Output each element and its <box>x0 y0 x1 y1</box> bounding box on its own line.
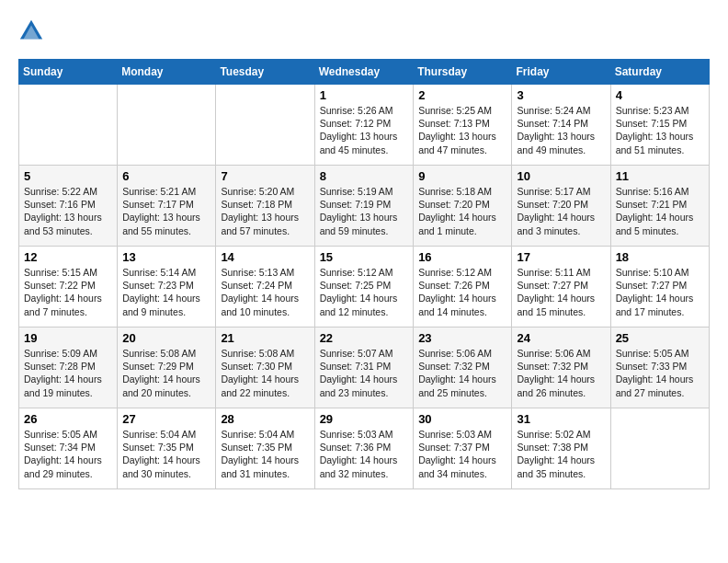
calendar-cell: 27 Sunrise: 5:04 AMSunset: 7:35 PMDaylig… <box>118 408 216 489</box>
calendar-cell: 31 Sunrise: 5:02 AMSunset: 7:38 PMDaylig… <box>512 408 610 489</box>
day-number: 29 <box>320 412 409 426</box>
calendar-cell: 2 Sunrise: 5:25 AMSunset: 7:13 PMDayligh… <box>414 85 512 166</box>
day-number: 14 <box>221 250 309 264</box>
page-header <box>18 18 710 44</box>
day-number: 12 <box>24 250 112 264</box>
cell-info: Sunrise: 5:24 AMSunset: 7:14 PMDaylight:… <box>517 105 595 155</box>
day-number: 5 <box>24 169 112 183</box>
cell-info: Sunrise: 5:12 AMSunset: 7:25 PMDaylight:… <box>320 267 398 317</box>
calendar-cell: 25 Sunrise: 5:05 AMSunset: 7:33 PMDaylig… <box>610 327 709 408</box>
day-number: 2 <box>418 88 506 102</box>
calendar-cell: 19 Sunrise: 5:09 AMSunset: 7:28 PMDaylig… <box>19 327 118 408</box>
cell-info: Sunrise: 5:08 AMSunset: 7:30 PMDaylight:… <box>221 348 299 398</box>
day-number: 28 <box>221 412 309 426</box>
calendar-week-row: 5 Sunrise: 5:22 AMSunset: 7:16 PMDayligh… <box>19 166 710 247</box>
calendar-cell: 29 Sunrise: 5:03 AMSunset: 7:36 PMDaylig… <box>314 408 414 489</box>
calendar-cell: 26 Sunrise: 5:05 AMSunset: 7:34 PMDaylig… <box>19 408 118 489</box>
day-number: 18 <box>616 250 704 264</box>
calendar-cell: 8 Sunrise: 5:19 AMSunset: 7:19 PMDayligh… <box>314 166 414 247</box>
calendar-cell: 16 Sunrise: 5:12 AMSunset: 7:26 PMDaylig… <box>414 247 512 327</box>
calendar-cell <box>118 85 216 166</box>
logo <box>18 18 48 44</box>
cell-info: Sunrise: 5:07 AMSunset: 7:31 PMDaylight:… <box>320 348 398 398</box>
day-number: 21 <box>221 331 309 345</box>
cell-info: Sunrise: 5:14 AMSunset: 7:23 PMDaylight:… <box>122 267 200 317</box>
cell-info: Sunrise: 5:11 AMSunset: 7:27 PMDaylight:… <box>517 267 595 317</box>
cell-info: Sunrise: 5:18 AMSunset: 7:20 PMDaylight:… <box>418 186 496 236</box>
cell-info: Sunrise: 5:12 AMSunset: 7:26 PMDaylight:… <box>418 267 496 317</box>
day-number: 24 <box>517 331 605 345</box>
cell-info: Sunrise: 5:05 AMSunset: 7:33 PMDaylight:… <box>616 348 694 398</box>
cell-info: Sunrise: 5:15 AMSunset: 7:22 PMDaylight:… <box>24 267 102 317</box>
day-number: 27 <box>122 412 210 426</box>
cell-info: Sunrise: 5:06 AMSunset: 7:32 PMDaylight:… <box>418 348 496 398</box>
weekday-header: Sunday <box>19 60 118 85</box>
calendar-week-row: 26 Sunrise: 5:05 AMSunset: 7:34 PMDaylig… <box>19 408 710 489</box>
calendar-cell: 13 Sunrise: 5:14 AMSunset: 7:23 PMDaylig… <box>118 247 216 327</box>
calendar-week-row: 12 Sunrise: 5:15 AMSunset: 7:22 PMDaylig… <box>19 247 710 327</box>
calendar-cell: 11 Sunrise: 5:16 AMSunset: 7:21 PMDaylig… <box>610 166 709 247</box>
day-number: 17 <box>517 250 605 264</box>
cell-info: Sunrise: 5:09 AMSunset: 7:28 PMDaylight:… <box>24 348 102 398</box>
day-number: 10 <box>517 169 605 183</box>
calendar-cell: 5 Sunrise: 5:22 AMSunset: 7:16 PMDayligh… <box>19 166 118 247</box>
day-number: 9 <box>418 169 506 183</box>
weekday-header: Friday <box>512 60 610 85</box>
weekday-header: Wednesday <box>314 60 414 85</box>
day-number: 19 <box>24 331 112 345</box>
day-number: 16 <box>418 250 506 264</box>
calendar-cell: 7 Sunrise: 5:20 AMSunset: 7:18 PMDayligh… <box>216 166 314 247</box>
calendar-cell: 3 Sunrise: 5:24 AMSunset: 7:14 PMDayligh… <box>512 85 610 166</box>
day-number: 22 <box>320 331 409 345</box>
day-number: 30 <box>418 412 506 426</box>
day-number: 1 <box>320 88 409 102</box>
calendar-cell: 10 Sunrise: 5:17 AMSunset: 7:20 PMDaylig… <box>512 166 610 247</box>
day-number: 4 <box>616 88 704 102</box>
cell-info: Sunrise: 5:05 AMSunset: 7:34 PMDaylight:… <box>24 429 102 479</box>
cell-info: Sunrise: 5:04 AMSunset: 7:35 PMDaylight:… <box>122 429 200 479</box>
day-number: 11 <box>616 169 704 183</box>
cell-info: Sunrise: 5:03 AMSunset: 7:37 PMDaylight:… <box>418 429 496 479</box>
cell-info: Sunrise: 5:20 AMSunset: 7:18 PMDaylight:… <box>221 186 299 236</box>
calendar-header-row: SundayMondayTuesdayWednesdayThursdayFrid… <box>19 60 710 85</box>
calendar-body: 1 Sunrise: 5:26 AMSunset: 7:12 PMDayligh… <box>19 85 710 489</box>
day-number: 6 <box>122 169 210 183</box>
cell-info: Sunrise: 5:13 AMSunset: 7:24 PMDaylight:… <box>221 267 299 317</box>
day-number: 20 <box>122 331 210 345</box>
calendar-cell: 12 Sunrise: 5:15 AMSunset: 7:22 PMDaylig… <box>19 247 118 327</box>
day-number: 13 <box>122 250 210 264</box>
calendar-cell: 24 Sunrise: 5:06 AMSunset: 7:32 PMDaylig… <box>512 327 610 408</box>
calendar-cell: 18 Sunrise: 5:10 AMSunset: 7:27 PMDaylig… <box>610 247 709 327</box>
cell-info: Sunrise: 5:25 AMSunset: 7:13 PMDaylight:… <box>418 105 496 155</box>
calendar-cell: 28 Sunrise: 5:04 AMSunset: 7:35 PMDaylig… <box>216 408 314 489</box>
calendar-cell: 17 Sunrise: 5:11 AMSunset: 7:27 PMDaylig… <box>512 247 610 327</box>
logo-icon <box>18 18 44 44</box>
calendar-cell: 9 Sunrise: 5:18 AMSunset: 7:20 PMDayligh… <box>414 166 512 247</box>
weekday-header: Tuesday <box>216 60 314 85</box>
calendar-cell: 4 Sunrise: 5:23 AMSunset: 7:15 PMDayligh… <box>610 85 709 166</box>
calendar-cell: 14 Sunrise: 5:13 AMSunset: 7:24 PMDaylig… <box>216 247 314 327</box>
calendar-cell <box>216 85 314 166</box>
day-number: 8 <box>320 169 409 183</box>
calendar-cell: 21 Sunrise: 5:08 AMSunset: 7:30 PMDaylig… <box>216 327 314 408</box>
day-number: 15 <box>320 250 409 264</box>
calendar-cell: 20 Sunrise: 5:08 AMSunset: 7:29 PMDaylig… <box>118 327 216 408</box>
cell-info: Sunrise: 5:08 AMSunset: 7:29 PMDaylight:… <box>122 348 200 398</box>
calendar-cell <box>610 408 709 489</box>
day-number: 3 <box>517 88 605 102</box>
calendar-cell: 30 Sunrise: 5:03 AMSunset: 7:37 PMDaylig… <box>414 408 512 489</box>
weekday-header: Monday <box>118 60 216 85</box>
cell-info: Sunrise: 5:23 AMSunset: 7:15 PMDaylight:… <box>616 105 694 155</box>
calendar-cell: 23 Sunrise: 5:06 AMSunset: 7:32 PMDaylig… <box>414 327 512 408</box>
day-number: 25 <box>616 331 704 345</box>
cell-info: Sunrise: 5:04 AMSunset: 7:35 PMDaylight:… <box>221 429 299 479</box>
day-number: 31 <box>517 412 605 426</box>
cell-info: Sunrise: 5:03 AMSunset: 7:36 PMDaylight:… <box>320 429 398 479</box>
cell-info: Sunrise: 5:16 AMSunset: 7:21 PMDaylight:… <box>616 186 694 236</box>
weekday-header: Saturday <box>610 60 709 85</box>
calendar-cell <box>19 85 118 166</box>
day-number: 26 <box>24 412 112 426</box>
day-number: 7 <box>221 169 309 183</box>
weekday-header: Thursday <box>414 60 512 85</box>
calendar-cell: 15 Sunrise: 5:12 AMSunset: 7:25 PMDaylig… <box>314 247 414 327</box>
